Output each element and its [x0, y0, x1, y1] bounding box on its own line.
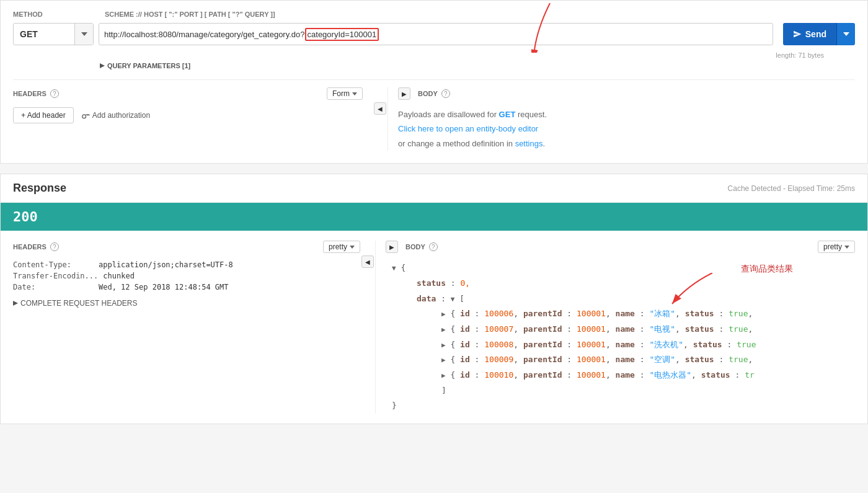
request-section: METHOD SCHEME :// HOST [ ":" PORT ] [ PA…	[0, 0, 868, 164]
url-input[interactable]: http://localhost:8080/manage/category/ge…	[99, 23, 773, 45]
resp-headers-body-row: HEADERS ? pretty Content-Type: applicati…	[13, 241, 855, 414]
complete-req-headers-toggle[interactable]: COMPLETE REQUEST HEADERS	[13, 299, 360, 308]
resp-headers-section-header: HEADERS ? pretty	[13, 241, 360, 253]
send-label: Send	[805, 29, 826, 39]
method-url-row: GET http://localhost:8080/manage/categor…	[13, 23, 855, 45]
send-button[interactable]: Send	[783, 23, 855, 45]
resp-headers-col: HEADERS ? pretty Content-Type: applicati…	[13, 241, 360, 414]
method-label: METHOD	[13, 11, 100, 18]
scheme-label: SCHEME :// HOST [ ":" PORT ] [ PATH [ "?…	[105, 11, 855, 18]
resp-headers-title: HEADERS	[13, 243, 46, 251]
resp-divider-col: ◀	[360, 241, 375, 414]
entity-body-editor-link[interactable]: Click here to open an entity-body editor	[398, 124, 538, 133]
resp-body-section-header: ▶ BODY ? pretty	[386, 241, 855, 253]
body-message: Payloads are disallowed for GET request.…	[398, 107, 855, 151]
url-container: http://localhost:8080/manage/category/ge…	[99, 23, 773, 45]
resp-header-val: application/json;charset=UTF-8	[99, 260, 233, 269]
form-dropdown-container: Form	[327, 87, 363, 100]
resp-body-col: ▶ BODY ? pretty 查询品类结果	[375, 241, 855, 414]
resp-header-val: chunked	[103, 272, 135, 280]
response-section: Response Cache Detected - Elapsed Time: …	[0, 174, 868, 424]
json-data-item-1: ▶ { id : 100006, parentId : 100001, name…	[441, 306, 855, 322]
add-header-button[interactable]: + Add header	[13, 107, 74, 123]
resp-collapse-left-btn[interactable]: ◀	[361, 255, 374, 268]
key-icon	[81, 111, 90, 120]
svg-point-1	[82, 115, 86, 118]
headers-title: HEADERS	[13, 90, 46, 97]
response-header: Response Cache Detected - Elapsed Time: …	[1, 174, 867, 203]
query-params-toggle[interactable]: QUERY PARAMETERS [1]	[100, 62, 855, 69]
expand-body-btn[interactable]: ▶	[398, 87, 410, 100]
json-data-item-3: ▶ { id : 100008, parentId : 100001, name…	[441, 337, 855, 353]
complete-req-headers-arrow-icon	[13, 301, 18, 306]
form-dropdown-arrow-icon	[352, 92, 357, 95]
url-highlighted-part: categoryId=100001	[305, 28, 379, 41]
method-dropdown[interactable]: GET	[13, 23, 94, 45]
resp-header-key: Date:	[13, 283, 94, 291]
resp-pretty-dropdown[interactable]: pretty	[323, 241, 360, 253]
body-section-header: ▶ BODY ?	[398, 87, 855, 100]
json-data-toggle[interactable]: ▼	[451, 295, 455, 303]
body-title: BODY	[418, 90, 438, 97]
json-close-brace: }	[392, 398, 855, 414]
json-data-item-4: ▶ { id : 100009, parentId : 100001, name…	[441, 352, 855, 368]
json-object-toggle[interactable]: ▼	[392, 264, 396, 272]
headers-body-row: HEADERS ? Form + Add header Add autho	[13, 79, 855, 151]
json-status-line: status : 0,	[417, 276, 855, 291]
resp-header-key: Transfer-Encodin...	[13, 272, 98, 280]
json-data-item-2: ▶ { id : 100007, parentId : 100001, name…	[441, 322, 855, 337]
form-dropdown[interactable]: Form	[327, 87, 363, 100]
send-icon	[793, 30, 802, 38]
send-dropdown-arrow[interactable]	[836, 23, 855, 45]
json-body: 查询品类结果 ▼ {	[386, 260, 855, 414]
resp-header-transfer-encoding: Transfer-Encodin... chunked	[13, 272, 360, 280]
response-body-section: HEADERS ? pretty Content-Type: applicati…	[1, 231, 867, 424]
headers-divider-col: ◀	[373, 87, 388, 151]
json-array-close: ]	[441, 383, 855, 399]
method-value: GET	[14, 29, 74, 39]
response-title: Response	[13, 182, 66, 195]
resp-headers-info-icon[interactable]: ?	[50, 242, 59, 251]
resp-header-content-type: Content-Type: application/json;charset=U…	[13, 260, 360, 269]
length-info: length: 71 bytes	[13, 50, 824, 60]
resp-header-date: Date: Wed, 12 Sep 2018 12:48:54 GMT	[13, 283, 360, 291]
headers-info-icon[interactable]: ?	[50, 89, 59, 98]
resp-body-title: BODY	[405, 243, 425, 251]
json-data-items: ▶ { id : 100006, parentId : 100001, name…	[417, 306, 855, 398]
resp-pretty-dropdown-arrow-icon	[350, 246, 355, 249]
resp-body-info-icon[interactable]: ?	[429, 242, 438, 251]
status-code: 200	[13, 209, 38, 224]
resp-headers-list: Content-Type: application/json;charset=U…	[13, 260, 360, 291]
query-params-arrow-icon	[100, 63, 105, 68]
collapse-left-btn[interactable]: ◀	[374, 102, 386, 115]
json-content: status : 0, data : ▼ [ ▶ { id : 100006	[392, 276, 855, 399]
method-dropdown-arrow[interactable]	[74, 24, 93, 45]
url-base: http://localhost:8080/manage/category/ge…	[104, 30, 305, 39]
query-params-row: QUERY PARAMETERS [1]	[100, 62, 855, 69]
resp-body-pretty-arrow-icon	[844, 246, 849, 249]
json-data-item-5: ▶ { id : 100010, parentId : 100001, name…	[441, 368, 855, 383]
body-col: ▶ BODY ? Payloads are disallowed for GET…	[388, 87, 855, 151]
headers-section-header: HEADERS ? Form	[13, 87, 363, 100]
settings-link[interactable]: settings	[515, 139, 543, 148]
status-bar: 200	[1, 203, 867, 231]
headers-actions: + Add header Add authorization	[13, 107, 363, 123]
resp-body-pretty-dropdown[interactable]: pretty	[818, 241, 855, 253]
json-line-open-brace: ▼ {	[392, 260, 855, 276]
resp-header-val: Wed, 12 Sep 2018 12:48:54 GMT	[99, 283, 229, 291]
add-authorization-button[interactable]: Add authorization	[81, 111, 150, 120]
send-main-btn[interactable]: Send	[783, 23, 836, 45]
resp-expand-body-btn[interactable]: ▶	[386, 241, 398, 253]
method-reference: GET	[499, 110, 516, 119]
json-data-line: data : ▼ [	[417, 291, 855, 307]
resp-header-key: Content-Type:	[13, 260, 94, 269]
headers-col: HEADERS ? Form + Add header Add autho	[13, 87, 373, 151]
cache-info: Cache Detected - Elapsed Time: 25ms	[728, 184, 855, 193]
body-info-icon[interactable]: ?	[441, 89, 450, 98]
